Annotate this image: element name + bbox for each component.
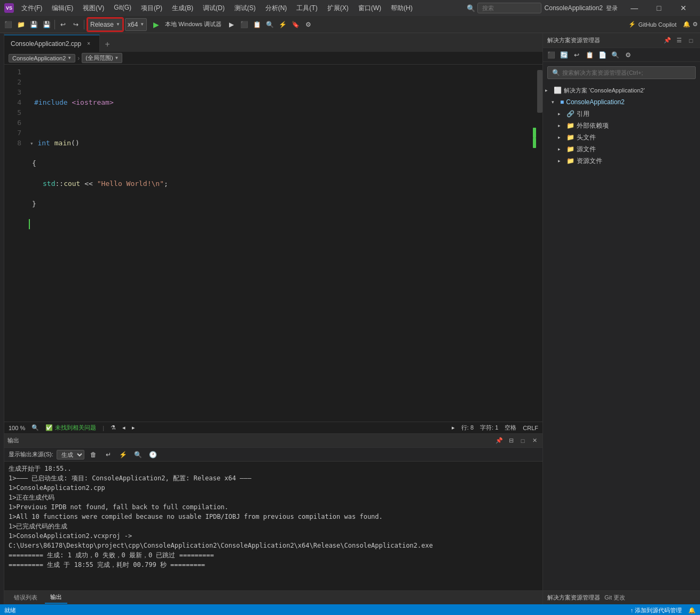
toolbar-btn-8[interactable]: ⚡ [277,19,289,30]
output-line-6: 1>已完成代码的生成 [9,521,538,531]
tree-item-header-files[interactable]: ▸ 📁 头文件 [543,131,700,143]
close-button[interactable]: ✕ [671,0,696,16]
start-debug-button[interactable]: ▶ [149,19,163,30]
find-output-button[interactable]: 🔍 [132,449,144,461]
toolbar-btn-7[interactable]: 🔍 [264,19,276,30]
se-search-box[interactable]: 🔍 [547,66,696,79]
toolbar-btn-10[interactable]: ⚙ [303,19,314,30]
breadcrumb-scope[interactable]: (全局范围) ▼ [82,53,122,63]
redo-button[interactable]: ↪ [70,19,82,30]
output-maximize-button[interactable]: □ [518,436,528,446]
source-files-icon: 📁 [567,145,575,153]
toolbar-btn-4[interactable]: 💾 [41,19,52,30]
github-copilot[interactable]: ⚡ GitHub Copilot 🔔 ⚙ [628,21,698,28]
output-pin-button[interactable]: 📌 [494,436,504,446]
menu-view[interactable]: 视图(V) [78,2,108,15]
menu-window[interactable]: 窗口(W) [354,2,386,15]
se-search-input[interactable] [562,69,691,76]
output-settings-button[interactable]: ⊟ [506,436,516,446]
toolbar-btn-3[interactable]: 💾 [28,19,40,30]
tab-close-button[interactable]: × [84,40,93,48]
tree-solution-root[interactable]: ▸ ⬜ 解决方案 'ConsoleApplication2' [543,84,700,96]
scrollbar-thumb[interactable] [537,70,542,113]
references-label: 引用 [577,110,589,119]
toolbar-btn-9[interactable]: 🔖 [290,19,302,30]
menu-help[interactable]: 帮助(H) [387,2,417,15]
minimize-button[interactable]: — [622,0,647,16]
filter-icon[interactable]: ⚗ [111,424,116,431]
wrap-button[interactable]: ↵ [103,449,114,461]
menu-extensions[interactable]: 扩展(X) [323,2,353,15]
source-files-label: 源文件 [577,145,596,154]
toolbar-btn-6[interactable]: 📋 [251,19,263,30]
code-content[interactable]: #include <iostream> ▾ int main() { std::… [26,65,529,422]
menu-debug[interactable]: 调试(D) [199,2,229,15]
tree-item-source-files[interactable]: ▸ 📁 源文件 [543,143,700,155]
menu-build[interactable]: 生成(B) [168,2,198,15]
se-menu-button[interactable]: ☰ [674,36,684,45]
breadcrumb-project[interactable]: ConsoleApplication2 ▼ [9,54,75,63]
status-left: 就绪 [4,606,626,614]
se-toolbar-btn-6[interactable]: 🔍 [609,49,621,61]
output-toolbar: 显示输出来源(S): 生成 🗑 ↵ ⚡ 🔍 🕐 [4,448,542,462]
menu-test[interactable]: 测试(S) [230,2,260,15]
se-toolbar-btn-5[interactable]: 📄 [596,49,608,61]
se-tab-git[interactable]: Git 更改 [604,594,625,602]
toolbar-btn-1[interactable]: ⬛ [2,19,14,30]
title-search-input[interactable] [477,3,541,13]
platform-dropdown[interactable]: x64 ▼ [125,18,147,31]
se-toolbar-btn-3[interactable]: ↩ [571,49,583,61]
toolbar-debug-btn[interactable]: ▶ [226,19,238,30]
nav-right-icon[interactable]: ▸ [132,424,135,431]
ext-deps-label: 外部依赖项 [577,121,609,130]
output-line-7: 1>ConsoleApplication2.vcxproj -> C:\User… [9,531,538,550]
tree-item-references[interactable]: ▸ 🔗 引用 [543,108,700,120]
status-right: ↑ 添加到源代码管理 🔔 [630,606,696,614]
tree-item-resource-files[interactable]: ▸ 📁 资源文件 [543,155,700,167]
output-line-0: 生成开始于 18:55.. [9,464,538,473]
breadcrumb-bar: ConsoleApplication2 ▼ › (全局范围) ▼ [4,52,542,65]
nav-arrows[interactable]: ▸ [452,424,455,431]
toolbar-btn-5[interactable]: ⬛ [239,19,250,30]
clear-output-button[interactable]: 🗑 [88,449,99,461]
output-source-select[interactable]: 生成 [57,450,84,460]
menu-file[interactable]: 文件(F) [17,2,46,15]
bottom-tab-output[interactable]: 输出 [45,591,67,604]
output-btn-3[interactable]: ⚡ [117,449,129,461]
tree-project[interactable]: ▾ ■ ConsoleApplication2 [543,96,700,108]
se-settings-button[interactable]: ⚙ [622,49,634,61]
row-col: 行: 8 [461,424,474,432]
output-panel-title: 输出 [7,437,492,445]
active-tab[interactable]: ConsoleApplication2.cpp × [4,35,100,52]
tree-item-external-deps[interactable]: ▸ 📁 外部依赖项 [543,120,700,131]
toolbar-btn-2[interactable]: 📁 [15,19,27,30]
undo-button[interactable]: ↩ [57,19,69,30]
solution-explorer: 解决方案资源管理器 📌 ☰ □ ⬛ 🔄 ↩ 📋 📄 🔍 ⚙ 🔍 ▸ [542,33,700,604]
new-tab-button[interactable]: + [100,37,115,52]
code-editor[interactable]: 1 2 3 4 5 6 7 8 #include <iostream> ▾ in… [4,65,542,422]
configuration-dropdown[interactable]: Release ▼ [88,18,123,31]
menu-analyze[interactable]: 分析(N) [261,2,292,15]
menu-git[interactable]: Git(G) [109,2,136,15]
output-time-button[interactable]: 🕐 [147,449,159,461]
se-bottom-tabs: 解决方案资源管理器 Git 更改 [543,590,700,604]
menu-edit[interactable]: 编辑(E) [48,2,77,15]
menu-project[interactable]: 项目(P) [137,2,167,15]
se-maximize-button[interactable]: □ [686,36,696,45]
output-close-button[interactable]: ✕ [530,436,539,446]
login-link[interactable]: 登录 [606,4,618,12]
se-toolbar-btn-2[interactable]: 🔄 [558,49,570,61]
output-content[interactable]: 生成开始于 18:55.. 1>——— 已启动生成: 项目: ConsoleAp… [4,462,542,590]
se-toolbar-btn-1[interactable]: ⬛ [545,49,557,61]
zoom-icon[interactable]: 🔍 [32,424,39,431]
se-pin-button[interactable]: 📌 [663,36,672,45]
bottom-tab-errors[interactable]: 错误列表 [9,592,43,603]
editor-scrollbar[interactable] [537,65,542,422]
se-toolbar-btn-4[interactable]: 📋 [584,49,595,61]
menu-tools[interactable]: 工具(T) [292,2,321,15]
maximize-button[interactable]: □ [647,0,671,16]
nav-left-icon[interactable]: ◂ [122,424,125,431]
se-tab-solution[interactable]: 解决方案资源管理器 [547,594,600,602]
notifications-icon[interactable]: 🔔 [688,607,696,614]
add-to-source-control[interactable]: ↑ 添加到源代码管理 [630,606,682,614]
